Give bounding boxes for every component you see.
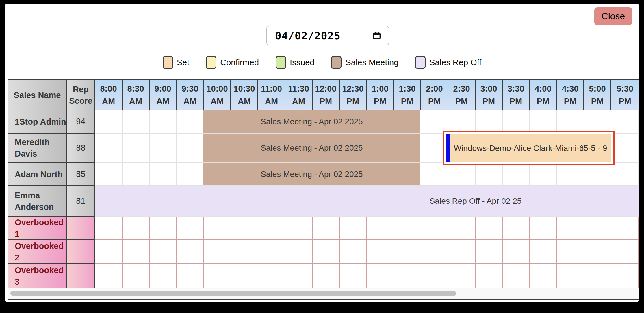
time-label: 11:00 — [261, 83, 282, 95]
rep-score-cell — [67, 240, 95, 264]
scrollbar-thumb[interactable] — [10, 291, 456, 296]
legend-item: Sales Rep Off — [415, 56, 481, 69]
rep-name-cell: Adam North — [8, 163, 67, 186]
time-label: 3:30 — [507, 83, 524, 95]
table-row: Meredith Davis88Sales Meeting - Apr 02 2… — [8, 134, 639, 163]
legend-label: Issued — [290, 58, 314, 67]
period-label: AM — [238, 95, 251, 108]
legend-label: Confirmed — [220, 58, 259, 67]
page-frame: { "window": { "close_label": "Close" }, … — [0, 0, 644, 313]
time-header-cell: 3:30PM — [503, 80, 530, 110]
sales-name-header: Sales Name — [8, 80, 67, 110]
time-header-cell: 9:30AM — [177, 80, 204, 110]
time-header-cell: 2:30PM — [448, 80, 476, 110]
legend-item: Issued — [276, 56, 314, 69]
time-label: 5:30 — [617, 83, 633, 95]
time-label: 1:30 — [399, 83, 415, 95]
period-label: PM — [591, 95, 604, 108]
rep-name-cell: Meredith Davis — [8, 134, 67, 163]
time-label: 8:30 — [127, 83, 144, 95]
schedule-table: Sales Name Rep Score 8:00AM8:30AM9:00AM9… — [8, 79, 639, 300]
table-row: Overbooked 2 — [8, 240, 639, 264]
table-body: 1Stop Admin94Sales Meeting - Apr 02 2025… — [8, 110, 639, 288]
sales-meeting-event[interactable]: Sales Meeting - Apr 02 2025 — [203, 134, 420, 162]
period-label: PM — [510, 95, 522, 108]
period-label: AM — [102, 95, 115, 108]
time-header-cell: 11:30AM — [285, 80, 313, 110]
scheduler-panel: Close 04/02/2025 SetConfirmedIssuedSales… — [5, 4, 639, 302]
calendar-icon[interactable] — [372, 31, 382, 40]
legend-label: Sales Meeting — [345, 58, 398, 67]
rep-name-cell: Emma Anderson — [8, 186, 67, 217]
time-header-cell: 1:00PM — [367, 80, 394, 110]
time-label: 2:00 — [426, 83, 443, 95]
legend-swatch — [276, 56, 286, 69]
table-row: Overbooked 3 — [8, 264, 639, 288]
time-header-cell: 5:30PM — [611, 80, 639, 110]
table-row: Emma Anderson81Sales Rep Off - Apr 02 25 — [8, 186, 639, 217]
period-label: AM — [265, 95, 278, 108]
set-appointment-event[interactable]: Windows-Demo-Alice Clark-Miami-65-5 - 9 — [443, 131, 615, 165]
time-header-cell: 11:00AM — [258, 80, 285, 110]
table-row: Overbooked 1 — [8, 217, 639, 240]
priority-bar — [446, 134, 450, 162]
time-label: 12:00 — [315, 83, 336, 95]
time-header-cell: 12:30PM — [340, 80, 367, 110]
status-legend: SetConfirmedIssuedSales MeetingSales Rep… — [5, 56, 639, 69]
time-track[interactable]: Sales Meeting - Apr 02 2025 — [95, 110, 639, 134]
time-track[interactable] — [95, 264, 639, 288]
time-header-cell: 4:30PM — [557, 80, 584, 110]
rep-score-header: Rep Score — [67, 80, 95, 110]
rep-name-cell: Overbooked 3 — [8, 264, 67, 288]
rep-name-cell: Overbooked 2 — [8, 240, 67, 264]
time-label: 9:00 — [154, 83, 171, 95]
time-track[interactable]: Sales Meeting - Apr 02 2025Windows-Demo-… — [95, 134, 639, 163]
horizontal-scrollbar[interactable] — [8, 288, 639, 299]
table-row: Adam North85Sales Meeting - Apr 02 2025 — [8, 163, 639, 186]
time-header-cell: 9:00AM — [150, 80, 177, 110]
time-label: 3:00 — [480, 83, 497, 95]
period-label: PM — [401, 95, 414, 108]
legend-item: Sales Meeting — [331, 56, 398, 69]
sales-meeting-event[interactable]: Sales Meeting - Apr 02 2025 — [203, 110, 420, 133]
period-label: AM — [211, 95, 224, 108]
period-label: PM — [564, 95, 577, 108]
time-header-cell: 2:00PM — [421, 80, 448, 110]
legend-swatch — [415, 56, 426, 69]
period-label: AM — [156, 95, 169, 108]
time-header-cell: 10:00AM — [204, 80, 231, 110]
time-label: 10:00 — [206, 83, 228, 95]
time-header-cell: 5:00PM — [584, 80, 611, 110]
legend-label: Sales Rep Off — [429, 58, 481, 67]
time-header-cell: 10:30AM — [231, 80, 258, 110]
time-track[interactable] — [95, 217, 639, 240]
rep-score-cell: 85 — [67, 163, 95, 186]
time-track[interactable]: Sales Meeting - Apr 02 2025 — [95, 163, 639, 186]
time-label: 4:00 — [534, 83, 551, 95]
table-row: 1Stop Admin94Sales Meeting - Apr 02 2025 — [8, 110, 639, 134]
period-label: PM — [374, 95, 387, 108]
rep-score-cell — [67, 264, 95, 288]
date-input[interactable]: 04/02/2025 — [266, 26, 389, 45]
rep-score-cell — [67, 217, 95, 240]
time-label: 10:30 — [233, 83, 255, 95]
legend-swatch — [163, 56, 173, 69]
time-header-cell: 1:30PM — [394, 80, 421, 110]
period-label: PM — [537, 95, 550, 108]
sales-meeting-event[interactable]: Sales Meeting - Apr 02 2025 — [203, 163, 420, 185]
period-label: AM — [292, 95, 305, 108]
time-label: 9:30 — [181, 83, 198, 95]
time-track[interactable] — [95, 240, 639, 264]
rep-name-cell: 1Stop Admin — [8, 110, 67, 134]
period-label: PM — [347, 95, 359, 108]
period-label: AM — [183, 95, 196, 108]
time-header-cell: 8:30AM — [123, 80, 150, 110]
sales-rep-off-event[interactable]: Sales Rep Off - Apr 02 25 — [95, 186, 639, 216]
time-label: 8:00 — [100, 83, 117, 95]
period-label: PM — [482, 95, 495, 108]
legend-swatch — [331, 56, 342, 69]
close-button[interactable]: Close — [594, 7, 632, 25]
time-label: 4:30 — [562, 83, 578, 95]
legend-item: Confirmed — [206, 56, 259, 69]
time-track[interactable]: Sales Rep Off - Apr 02 25 — [95, 186, 639, 217]
